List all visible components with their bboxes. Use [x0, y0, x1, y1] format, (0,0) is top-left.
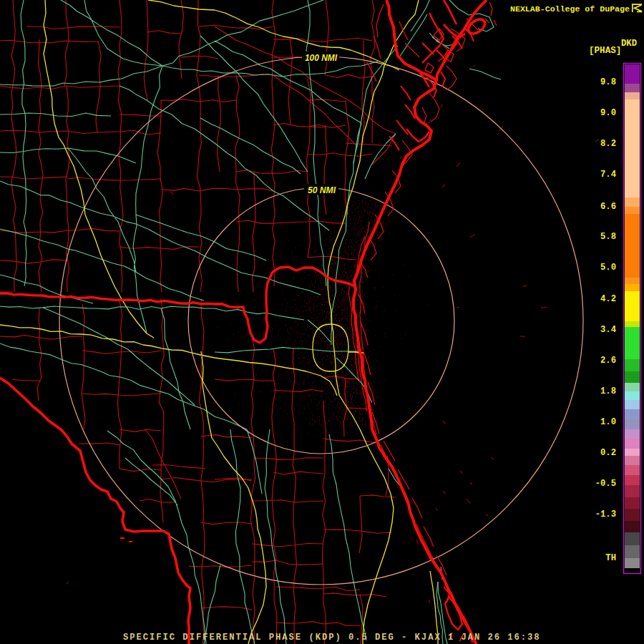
svg-text:50 NMI: 50 NMI [308, 185, 336, 195]
svg-text:[PHAS]: [PHAS] [589, 46, 621, 56]
svg-text:3.4: 3.4 [600, 325, 616, 335]
svg-text:5.0: 5.0 [600, 263, 616, 273]
svg-text:9.0: 9.0 [600, 108, 616, 118]
svg-text:SPECIFIC DIFFERENTIAL PHASE (K: SPECIFIC DIFFERENTIAL PHASE (KDP) 0.5 DE… [123, 633, 541, 643]
svg-text:6.6: 6.6 [600, 202, 616, 212]
svg-text:8.2: 8.2 [600, 139, 616, 149]
svg-text:1.8: 1.8 [600, 386, 616, 396]
svg-text:9.8: 9.8 [600, 77, 616, 87]
svg-text:2.6: 2.6 [600, 356, 616, 366]
svg-text:100 NMI: 100 NMI [305, 53, 338, 63]
svg-text:-0.5: -0.5 [595, 479, 616, 489]
svg-text:1.0: 1.0 [600, 417, 616, 427]
svg-text:DKD: DKD [621, 39, 637, 49]
svg-text:4.2: 4.2 [600, 294, 616, 304]
svg-text:7.4: 7.4 [600, 170, 616, 180]
svg-text:NEXLAB-College of DuPage: NEXLAB-College of DuPage [510, 4, 630, 14]
svg-text:5.8: 5.8 [600, 232, 616, 242]
svg-text:TH: TH [605, 553, 616, 563]
svg-text:0.2: 0.2 [600, 448, 616, 458]
svg-text:-1.3: -1.3 [595, 509, 616, 519]
